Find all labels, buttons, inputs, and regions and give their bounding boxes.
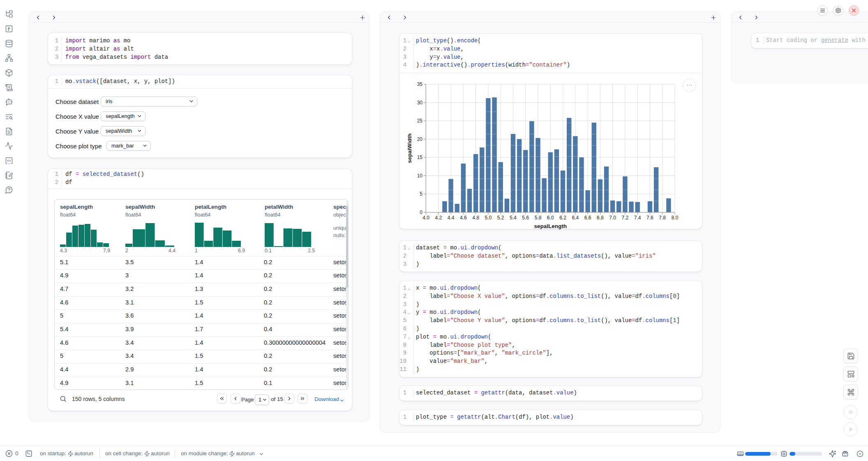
svg-text:7.0: 7.0 bbox=[609, 215, 616, 221]
svg-text:5.8: 5.8 bbox=[535, 215, 542, 221]
svg-text:5.4: 5.4 bbox=[510, 215, 517, 221]
svg-text:6.0: 6.0 bbox=[547, 215, 554, 221]
svg-text:5.2: 5.2 bbox=[497, 215, 504, 221]
svg-text:7.2: 7.2 bbox=[622, 215, 629, 221]
svg-text:15: 15 bbox=[417, 154, 423, 160]
svg-text:4.0: 4.0 bbox=[422, 215, 429, 221]
svg-text:35: 35 bbox=[417, 81, 423, 87]
svg-text:4.2: 4.2 bbox=[435, 215, 442, 221]
svg-text:4.4: 4.4 bbox=[448, 215, 455, 221]
svg-text:6.6: 6.6 bbox=[584, 215, 591, 221]
svg-text:20: 20 bbox=[417, 136, 423, 142]
svg-text:8.0: 8.0 bbox=[672, 215, 679, 221]
svg-text:7.6: 7.6 bbox=[646, 215, 653, 221]
svg-text:7.4: 7.4 bbox=[634, 215, 641, 221]
svg-text:5.6: 5.6 bbox=[522, 215, 529, 221]
svg-text:10: 10 bbox=[417, 173, 423, 179]
svg-text:6.2: 6.2 bbox=[559, 215, 566, 221]
svg-text:sepalWidth: sepalWidth bbox=[406, 134, 413, 163]
svg-text:6.8: 6.8 bbox=[597, 215, 604, 221]
svg-text:sepalLength: sepalLength bbox=[534, 223, 567, 229]
svg-text:5: 5 bbox=[420, 191, 422, 197]
svg-text:4.8: 4.8 bbox=[472, 215, 479, 221]
svg-text:5.0: 5.0 bbox=[485, 215, 492, 221]
svg-text:4.6: 4.6 bbox=[460, 215, 467, 221]
svg-text:6.4: 6.4 bbox=[572, 215, 579, 221]
svg-text:0: 0 bbox=[420, 210, 422, 215]
svg-text:30: 30 bbox=[417, 100, 423, 106]
svg-text:25: 25 bbox=[417, 118, 423, 124]
svg-text:7.8: 7.8 bbox=[659, 215, 666, 221]
